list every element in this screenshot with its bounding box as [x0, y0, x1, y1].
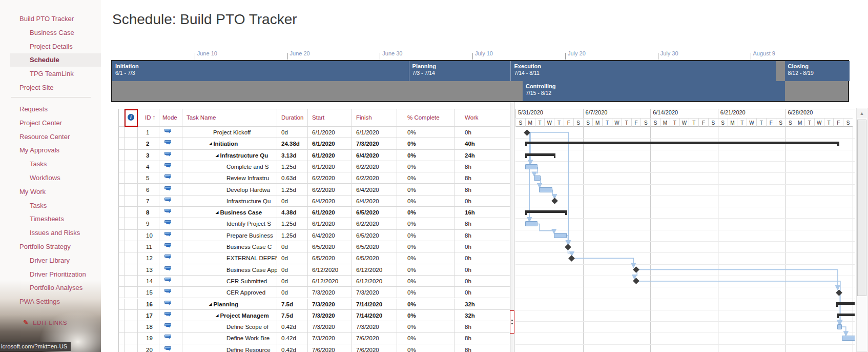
- row-gutter-cell[interactable]: [119, 252, 125, 264]
- row-finish-cell[interactable]: 6/2/2020: [352, 172, 397, 184]
- row-duration-cell[interactable]: 1.25d: [277, 161, 308, 172]
- sidebar-item-tasks[interactable]: Tasks: [0, 202, 101, 209]
- row-pct-cell[interactable]: 0%: [397, 218, 454, 229]
- row-gutter-cell[interactable]: [119, 218, 125, 229]
- row-gutter-cell[interactable]: [119, 344, 125, 352]
- row-work-cell[interactable]: 8h: [454, 161, 510, 172]
- row-gutter-cell[interactable]: [119, 241, 125, 252]
- row-finish-cell[interactable]: 7/3/2020: [352, 138, 397, 149]
- row-finish-cell[interactable]: 6/5/2020: [352, 252, 397, 264]
- row-info-cell[interactable]: [125, 264, 138, 276]
- sidebar-item-schedule[interactable]: Schedule: [10, 53, 101, 67]
- sidebar-item-portfolio-strategy[interactable]: Portfolio Strategy: [0, 243, 101, 250]
- gantt-summary-bar[interactable]: [836, 302, 855, 305]
- row-gutter-cell[interactable]: [119, 333, 125, 344]
- row-task-name-cell[interactable]: Complete and S: [182, 161, 277, 172]
- row-start-cell[interactable]: 6/1/2020: [308, 127, 352, 138]
- grid-header-start[interactable]: Start: [308, 109, 352, 127]
- row-duration-cell[interactable]: 7.5d: [277, 310, 308, 321]
- timeline-phase-planning[interactable]: Planning7/3 - 7/14: [409, 61, 511, 81]
- sidebar-item-project-center[interactable]: Project Center: [0, 119, 101, 127]
- row-gutter-cell[interactable]: [119, 127, 125, 138]
- row-task-name-cell[interactable]: Business Case C: [182, 241, 277, 252]
- sidebar-item-project-details[interactable]: Project Details: [0, 43, 101, 50]
- row-id-cell[interactable]: 8: [138, 207, 159, 218]
- grid-header-finish[interactable]: Finish: [352, 109, 397, 127]
- row-task-name-cell[interactable]: Identify Project S: [182, 218, 277, 229]
- row-mode-cell[interactable]: ⇨: [159, 195, 182, 207]
- row-duration-cell[interactable]: 0d: [277, 287, 308, 298]
- row-id-cell[interactable]: 6: [138, 184, 159, 195]
- row-mode-cell[interactable]: ⇨: [159, 241, 182, 252]
- row-task-name-cell[interactable]: Project Kickoff: [182, 127, 277, 138]
- row-info-cell[interactable]: [125, 310, 138, 321]
- row-duration-cell[interactable]: 0.42d: [277, 321, 308, 333]
- row-info-cell[interactable]: [125, 230, 138, 241]
- row-finish-cell[interactable]: 6/12/2020: [352, 276, 397, 287]
- row-finish-cell[interactable]: 6/2/2020: [352, 218, 397, 229]
- sidebar-item-build-pto-tracker[interactable]: Build PTO Tracker: [0, 15, 101, 23]
- row-duration-cell[interactable]: 24.38d: [277, 138, 308, 149]
- row-start-cell[interactable]: 6/4/2020: [308, 195, 352, 207]
- row-pct-cell[interactable]: 0%: [397, 333, 454, 344]
- row-start-cell[interactable]: 7/3/2020: [308, 287, 352, 298]
- row-info-cell[interactable]: [125, 161, 138, 172]
- row-task-name-cell[interactable]: Define Scope of: [182, 321, 277, 333]
- row-info-cell[interactable]: [125, 276, 138, 287]
- grid-header-task-name[interactable]: Task Name: [182, 109, 277, 127]
- row-mode-cell[interactable]: ⇨: [159, 333, 182, 344]
- row-info-cell[interactable]: [125, 127, 138, 138]
- row-task-name-cell[interactable]: Define Resource: [182, 344, 277, 352]
- row-pct-cell[interactable]: 0%: [397, 299, 454, 310]
- row-finish-cell[interactable]: 7/3/2020: [352, 321, 397, 333]
- row-work-cell[interactable]: 0h: [454, 127, 510, 138]
- row-info-cell[interactable]: [125, 344, 138, 352]
- row-task-name-cell[interactable]: Infrastructure Qu: [182, 195, 277, 207]
- sidebar-item-tpg-teamlink[interactable]: TPG TeamLink: [0, 70, 101, 77]
- gantt-scroll-thumb[interactable]: [857, 120, 866, 296]
- row-pct-cell[interactable]: 0%: [397, 264, 454, 276]
- gantt-summary-bar[interactable]: [525, 142, 839, 144]
- row-mode-cell[interactable]: ⇨: [159, 161, 182, 172]
- gantt-summary-bar[interactable]: [525, 153, 555, 156]
- row-pct-cell[interactable]: 0%: [397, 150, 454, 161]
- row-finish-cell[interactable]: 6/12/2020: [352, 264, 397, 276]
- row-task-name-cell[interactable]: ◢Business Case: [182, 207, 277, 218]
- row-work-cell[interactable]: 8h: [454, 184, 510, 195]
- row-start-cell[interactable]: 6/5/2020: [308, 252, 352, 264]
- row-id-cell[interactable]: 5: [138, 172, 159, 184]
- row-pct-cell[interactable]: 0%: [397, 276, 454, 287]
- row-gutter-cell[interactable]: [119, 195, 125, 207]
- row-id-cell[interactable]: 12: [138, 252, 159, 264]
- row-info-cell[interactable]: [125, 207, 138, 218]
- gantt-task-bar[interactable]: [525, 221, 538, 226]
- row-pct-cell[interactable]: 0%: [397, 241, 454, 252]
- row-finish-cell[interactable]: 7/6/2020: [352, 344, 397, 352]
- collapse-triangle-icon[interactable]: ◢: [216, 210, 218, 214]
- row-work-cell[interactable]: 0h: [454, 287, 510, 298]
- row-start-cell[interactable]: 6/2/2020: [308, 184, 352, 195]
- row-id-cell[interactable]: 20: [138, 344, 159, 352]
- row-task-name-cell[interactable]: CER Submitted: [182, 276, 277, 287]
- row-work-cell[interactable]: 8h: [454, 344, 510, 352]
- collapse-triangle-icon[interactable]: ◢: [209, 302, 212, 306]
- row-gutter-cell[interactable]: [119, 276, 125, 287]
- row-duration-cell[interactable]: 0d: [277, 195, 308, 207]
- row-duration-cell[interactable]: 3.13d: [277, 150, 308, 161]
- row-mode-cell[interactable]: ⇨: [159, 264, 182, 276]
- row-gutter-cell[interactable]: [119, 287, 125, 298]
- row-duration-cell[interactable]: 4.38d: [277, 207, 308, 218]
- gantt-task-bar[interactable]: [842, 336, 855, 341]
- row-gutter-cell[interactable]: [119, 321, 125, 333]
- timeline-phase-closing[interactable]: Closing8/12 - 8/19: [785, 61, 850, 81]
- row-work-cell[interactable]: 32h: [454, 310, 510, 321]
- row-id-cell[interactable]: 3: [138, 150, 159, 161]
- row-work-cell[interactable]: 0h: [454, 241, 510, 252]
- row-mode-cell[interactable]: ⇨: [159, 276, 182, 287]
- row-gutter-cell[interactable]: [119, 299, 125, 310]
- row-mode-cell[interactable]: ⇨: [159, 299, 182, 310]
- row-start-cell[interactable]: 7/3/2020: [308, 333, 352, 344]
- row-pct-cell[interactable]: 0%: [397, 252, 454, 264]
- row-finish-cell[interactable]: 7/14/2020: [352, 299, 397, 310]
- gantt-task-bar[interactable]: [539, 187, 552, 192]
